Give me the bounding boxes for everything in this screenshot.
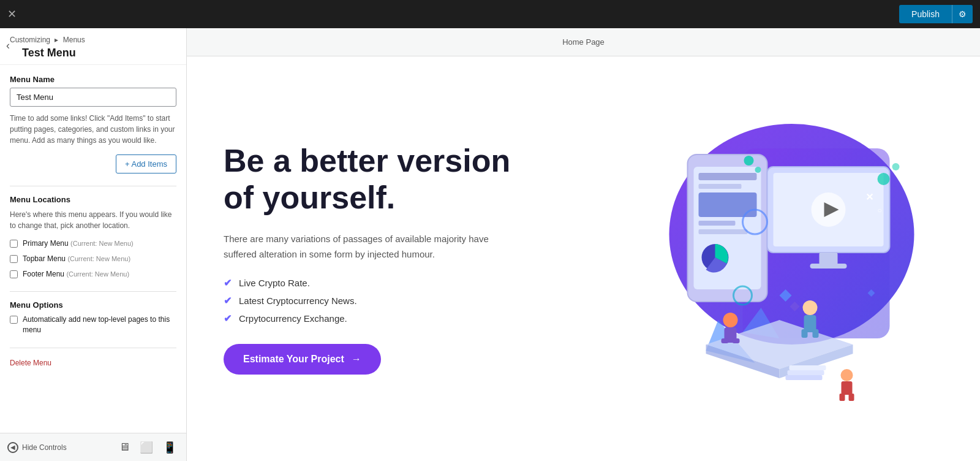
delete-menu-link[interactable]: Delete Menu	[10, 359, 51, 367]
svg-rect-38	[849, 394, 854, 401]
location-footer-label: Footer Menu (Current: New Menu)	[23, 269, 129, 280]
divider-1	[10, 186, 176, 186]
hide-controls-icon: ◀	[7, 442, 18, 453]
cta-label: Estimate Your Project	[243, 354, 344, 365]
svg-rect-33	[802, 329, 808, 338]
tablet-view-button[interactable]: ⬜	[137, 438, 156, 457]
sidebar-scroll: Menu Name Time to add some links! Click …	[0, 65, 186, 433]
publish-button[interactable]: Publish	[899, 5, 952, 23]
desktop-view-button[interactable]: 🖥	[116, 438, 132, 457]
hero-illustration: ✕ ○	[530, 105, 931, 412]
hero-paragraph: There are many variations of passages of…	[224, 231, 493, 262]
location-primary-checkbox[interactable]	[10, 240, 18, 248]
svg-text:✕: ✕	[865, 192, 873, 202]
preview-topbar: Home Page	[187, 28, 980, 56]
top-bar: ✕ Publish ⚙	[0, 0, 980, 28]
svg-point-35	[841, 369, 853, 381]
menu-options-title: Menu Options	[10, 300, 176, 310]
preview-tab-label: Home Page	[562, 37, 605, 47]
cta-button[interactable]: Estimate Your Project →	[224, 344, 381, 375]
list-item: ✔Crpytocurrency Exchange.	[224, 313, 530, 324]
hide-controls-label: Hide Controls	[22, 443, 67, 452]
hero-text: Be a better version of yourself. There a…	[224, 143, 530, 375]
svg-rect-34	[813, 329, 819, 338]
close-button[interactable]: ✕	[7, 9, 17, 20]
breadcrumb-menus[interactable]: Menus	[63, 36, 85, 44]
breadcrumb: Customizing ▸ Menus	[10, 36, 176, 44]
svg-text:○: ○	[878, 206, 882, 215]
sidebar-content: Menu Name Time to add some links! Click …	[0, 65, 186, 378]
hero-heading: Be a better version of yourself.	[224, 143, 530, 216]
check-icon-3: ✔	[224, 313, 232, 324]
svg-point-17	[755, 167, 761, 173]
svg-rect-4	[699, 173, 757, 180]
svg-rect-29	[722, 338, 729, 343]
check-icon-1: ✔	[224, 277, 232, 289]
checkmark-list: ✔Live Crypto Rate. ✔Latest Cryptocurrenc…	[224, 277, 530, 324]
svg-rect-8	[699, 229, 748, 234]
back-button[interactable]: ‹	[4, 37, 12, 55]
publish-settings-button[interactable]: ⚙	[952, 5, 973, 23]
preview-content: Be a better version of yourself. There a…	[187, 56, 980, 461]
menu-name-input[interactable]	[10, 88, 176, 107]
svg-point-18	[878, 173, 890, 185]
preview-area: Home Page Be a better version of yoursel…	[187, 28, 980, 461]
svg-point-19	[892, 163, 900, 170]
svg-point-16	[744, 156, 754, 166]
location-topbar: Topbar Menu (Current: New Menu)	[10, 254, 176, 264]
auto-add-checkbox[interactable]	[10, 316, 18, 324]
mobile-view-button[interactable]: 📱	[160, 438, 179, 457]
svg-rect-30	[733, 338, 740, 343]
add-items-row: + Add Items	[10, 154, 176, 173]
hide-controls-button[interactable]: ◀ Hide Controls	[7, 442, 67, 453]
location-topbar-label: Topbar Menu (Current: New Menu)	[23, 254, 130, 264]
svg-rect-39	[786, 375, 823, 380]
menu-locations-title: Menu Locations	[10, 195, 176, 204]
hint-text: Time to add some links! Click "Add Items…	[10, 113, 176, 146]
svg-rect-15	[810, 264, 847, 269]
breadcrumb-customizing[interactable]: Customizing	[10, 36, 50, 44]
location-primary: Primary Menu (Current: New Menu)	[10, 238, 176, 249]
svg-rect-5	[699, 184, 742, 189]
cta-arrow-icon: →	[352, 354, 361, 365]
svg-point-31	[803, 300, 818, 315]
sidebar: ‹ Customizing ▸ Menus Test Menu Menu Nam…	[0, 28, 187, 461]
publish-group: Publish ⚙	[899, 5, 973, 23]
divider-2	[10, 291, 176, 292]
sidebar-bottom: ◀ Hide Controls 🖥 ⬜ 📱	[0, 433, 186, 461]
svg-rect-7	[699, 221, 736, 226]
svg-rect-6	[699, 192, 757, 217]
divider-3	[10, 348, 176, 348]
menu-name-label: Menu Name	[10, 75, 176, 84]
device-buttons: 🖥 ⬜ 📱	[116, 438, 179, 457]
location-primary-label: Primary Menu (Current: New Menu)	[23, 238, 134, 249]
add-items-button[interactable]: + Add Items	[116, 154, 176, 173]
list-item: ✔Latest Cryptocurrency News.	[224, 295, 530, 307]
location-footer: Footer Menu (Current: New Menu)	[10, 269, 176, 280]
svg-rect-40	[788, 370, 824, 375]
svg-point-27	[723, 313, 738, 327]
main-area: ‹ Customizing ▸ Menus Test Menu Menu Nam…	[0, 28, 980, 461]
check-icon-2: ✔	[224, 295, 232, 307]
list-item: ✔Live Crypto Rate.	[224, 277, 530, 289]
sidebar-title: Test Menu	[10, 47, 176, 59]
svg-rect-36	[842, 381, 853, 395]
svg-rect-14	[820, 253, 838, 265]
auto-add-pages: Automatically add new top-level pages to…	[10, 314, 176, 335]
menu-locations-desc: Here's where this menu appears. If you w…	[10, 209, 176, 231]
location-footer-checkbox[interactable]	[10, 270, 18, 278]
sidebar-header: ‹ Customizing ▸ Menus Test Menu	[0, 28, 186, 65]
svg-rect-37	[840, 394, 845, 401]
location-topbar-checkbox[interactable]	[10, 255, 18, 263]
breadcrumb-separator: ▸	[55, 36, 58, 44]
auto-add-label: Automatically add new top-level pages to…	[23, 314, 176, 335]
illustration-svg: ✕ ○	[530, 112, 931, 406]
hero-section: Be a better version of yourself. There a…	[187, 56, 980, 461]
svg-rect-41	[790, 365, 826, 370]
